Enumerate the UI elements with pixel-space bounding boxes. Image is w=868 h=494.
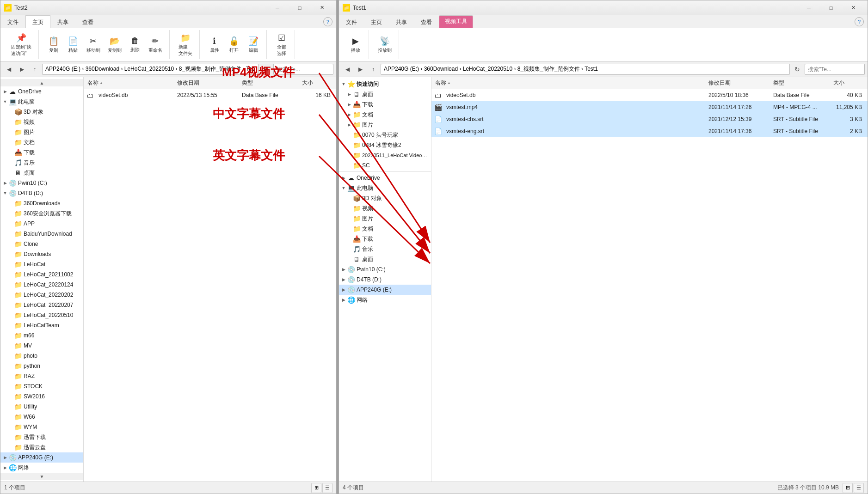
left-paste-button[interactable]: 📄 粘贴 [64,34,82,56]
right-qa-0070[interactable]: 📁 0070 头号玩家 [339,130,431,140]
left-tree-scroll-down[interactable]: ▼ [0,473,83,480]
right-tab-file[interactable]: 文件 [339,15,364,28]
left-new-folder-button[interactable]: 📁 新建文件夹 [175,30,196,59]
left-tree-mv[interactable]: 📁 MV [0,341,83,351]
right-tree-this-pc[interactable]: ▼ 💻 此电脑 [339,183,431,193]
left-tree-w66[interactable]: 📁 W66 [0,412,83,422]
right-file-eng-srt[interactable]: 📄 vsmtest-eng.srt 2021/11/14 17:36 SRT -… [431,125,868,137]
left-col-size-header[interactable]: 大小 [302,79,334,87]
right-play-button[interactable]: ▶ 播放 [346,34,365,56]
left-tree-lehocat4[interactable]: 📁 LeHoCat_20220207 [0,300,83,310]
left-tab-share[interactable]: 共享 [50,15,75,28]
right-tab-view[interactable]: 查看 [414,15,439,28]
left-tree-pictures[interactable]: 📁 图片 [0,127,83,137]
right-tree-pics[interactable]: 📁 图片 [339,213,431,224]
left-rename-button[interactable]: ✏ 重命名 [145,34,166,56]
left-maximize-button[interactable]: □ [289,1,310,14]
left-tree-stock[interactable]: 📁 STOCK [0,381,83,391]
right-tab-share[interactable]: 共享 [389,15,414,28]
left-tree-pwin10[interactable]: ▶ 💿 Pwin10 (C:) [0,178,83,188]
left-tree-desktop[interactable]: 🖥 桌面 [0,168,83,178]
left-grid-view-button[interactable]: ⊞ [311,483,321,493]
right-grid-view-button[interactable]: ⊞ [843,483,853,493]
right-tree-app240g[interactable]: ▶ 💿 APP240G (E:) [339,285,431,295]
right-cast-button[interactable]: 📡 投放到 [375,34,395,56]
left-file-videoset[interactable]: 🗃 videoSet.db 2022/5/13 15:55 Data Base … [84,89,336,101]
right-tree-d4tb[interactable]: ▶ 💿 D4TB (D:) [339,274,431,285]
right-forward-button[interactable]: ▶ [355,64,366,75]
left-tree-baidu[interactable]: 📁 BaiduYunDownload [0,229,83,239]
right-tree-network[interactable]: ▶ 🌐 网络 [339,295,431,305]
right-tab-video-tools[interactable]: 视频工具 [439,15,473,28]
right-tree-onedrive[interactable]: ▶ ☁ OneDrive [339,173,431,183]
left-tree-360downloads[interactable]: 📁 360Downloads [0,198,83,208]
left-tree-3d[interactable]: 📦 3D 对象 [0,107,83,117]
left-tree-scroll-up[interactable]: ▲ [0,79,83,86]
left-tab-home[interactable]: 主页 [25,15,50,28]
left-up-button[interactable]: ↑ [29,64,40,75]
right-list-view-button[interactable]: ☰ [854,483,864,493]
left-tree-lehocatteam[interactable]: 📁 LeHoCatTeam [0,320,83,330]
left-tree-raz[interactable]: 📁 RAZ [0,371,83,381]
right-close-button[interactable]: ✕ [843,1,864,14]
left-move-button[interactable]: ✂ 移动到 [83,34,104,56]
right-col-date-header[interactable]: 修改日期 [708,79,773,87]
right-help-button[interactable]: ? [855,17,864,26]
right-qa-sc[interactable]: 📁 SC [339,160,431,171]
left-tree-photo[interactable]: 📁 photo [0,351,83,361]
left-copy-to-button[interactable]: 📂 复制到 [105,34,125,56]
left-copy-button[interactable]: 📋 复制 [44,34,63,56]
left-tree-xunlei-cloud[interactable]: 📁 迅雷云盘 [0,442,83,452]
right-qa-downloads[interactable]: ▶ 📥 下载 [339,99,431,110]
right-tree-dl[interactable]: 📥 下载 [339,234,431,244]
right-tree-pwin10[interactable]: ▶ 💿 Pwin10 (C:) [339,264,431,274]
left-refresh-button[interactable]: ↻ [260,64,271,75]
left-tree-xunlei-dl[interactable]: 📁 迅雷下载 [0,432,83,442]
right-col-type-header[interactable]: 类型 [773,79,833,87]
right-tree-docs[interactable]: 📁 文档 [339,224,431,234]
right-tree-3d[interactable]: 📦 3D 对象 [339,193,431,203]
left-properties-button[interactable]: ℹ 属性 [205,34,224,56]
left-tree-music[interactable]: 🎵 音乐 [0,158,83,168]
right-file-mp4[interactable]: 🎬 vsmtest.mp4 2021/11/14 17:26 MP4 - MPE… [431,101,868,113]
left-select-all-button[interactable]: ☑ 全部选择 [272,30,291,59]
left-minimize-button[interactable]: ─ [267,1,288,14]
left-col-date-header[interactable]: 修改日期 [177,79,242,87]
left-tree-m66[interactable]: 📁 m66 [0,330,83,341]
right-tree-video[interactable]: 📁 视频 [339,203,431,213]
right-quick-access[interactable]: ▼ ⭐ 快速访问 [339,79,431,89]
left-back-button[interactable]: ◀ [3,64,14,75]
left-tree-app240g[interactable]: ▶ 💿 APP240G (E:) [0,452,83,463]
left-tree-app[interactable]: 📁 APP [0,219,83,229]
left-tree-downloads[interactable]: 📥 下载 [0,147,83,158]
left-open-button[interactable]: 🔓 打开 [225,34,243,56]
right-file-chs-srt[interactable]: 📄 vsmtest-chs.srt 2021/12/12 15:39 SRT -… [431,113,868,125]
right-up-button[interactable]: ↑ [368,64,379,75]
left-col-name-header[interactable]: 名称 ▲ [86,79,177,87]
left-tree-lehocat5[interactable]: 📁 LeHoCat_20220510 [0,310,83,320]
right-qa-docs[interactable]: ▶ 📁 文档 [339,110,431,120]
right-qa-desktop[interactable]: ▶ 🖥 桌面 [339,89,431,99]
left-tree-docs[interactable]: 📁 文档 [0,137,83,147]
right-qa-0084[interactable]: 📁 0084 冰雪奇缘2 [339,140,431,150]
left-tree-lehocat[interactable]: 📁 LeHoCat [0,259,83,269]
left-tree-python[interactable]: 📁 python [0,361,83,371]
left-tree-wym[interactable]: 📁 WYM [0,422,83,432]
left-list-view-button[interactable]: ☰ [322,483,332,493]
left-delete-button[interactable]: 🗑 删除 [126,34,144,56]
right-tree-music[interactable]: 🎵 音乐 [339,244,431,254]
left-forward-button[interactable]: ▶ [16,64,27,75]
right-qa-20220511[interactable]: 📁 20220511_LeHoCat VideoSet [339,150,431,160]
right-back-button[interactable]: ◀ [342,64,353,75]
left-help-button[interactable]: ? [323,17,332,26]
right-qa-pics[interactable]: ▶ 📁 图片 [339,120,431,130]
left-close-button[interactable]: ✕ [311,1,332,14]
left-tree-this-pc[interactable]: ▼ 💻 此电脑 [0,97,83,107]
left-tree-lehocat1[interactable]: 📁 LeHoCat_20211002 [0,269,83,280]
right-col-name-header[interactable]: 名称 ▲ [433,79,708,87]
left-pin-to-quick-access-button[interactable]: 📌 固定到"快速访问" [8,30,35,59]
left-tree-d4tb[interactable]: ▼ 💿 D4TB (D:) [0,188,83,198]
left-tree-lehocat2[interactable]: 📁 LeHoCat_20220124 [0,280,83,290]
right-tab-home[interactable]: 主页 [364,15,389,28]
right-tree-desktop[interactable]: 🖥 桌面 [339,254,431,264]
